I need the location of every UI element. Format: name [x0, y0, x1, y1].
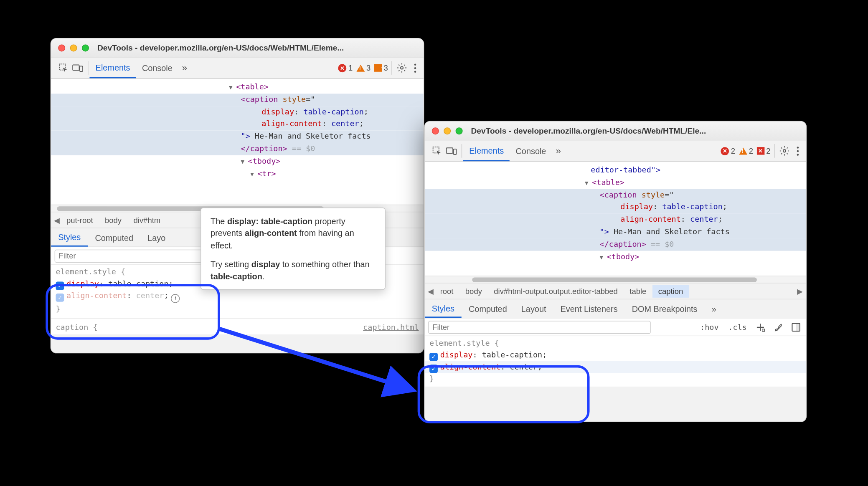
- breadcrumb-scroll-left-icon[interactable]: ◀: [427, 287, 434, 296]
- svg-point-4: [414, 63, 416, 66]
- minimize-window-button[interactable]: [70, 44, 77, 51]
- rule-source-link[interactable]: caption.html: [363, 321, 419, 333]
- svg-point-6: [414, 71, 416, 73]
- warning-count: 3: [366, 63, 371, 72]
- settings-gear-icon[interactable]: [776, 141, 793, 162]
- issue-count: 2: [766, 147, 770, 155]
- svg-point-5: [414, 67, 416, 69]
- info-icon[interactable]: i: [171, 294, 180, 303]
- hov-toggle-button[interactable]: :hov: [698, 322, 721, 331]
- rule-selector: caption {: [56, 321, 97, 333]
- inspect-toggle-group: [55, 58, 87, 78]
- minimize-window-button[interactable]: [444, 127, 451, 134]
- settings-gear-icon[interactable]: [393, 58, 410, 78]
- breadcrumb-item[interactable]: put-root: [61, 214, 99, 226]
- window-title: DevTools - developer.mozilla.org/en-US/d…: [467, 126, 799, 135]
- elements-dom-tree[interactable]: editor-tabbed"> ▼<table> <caption style=…: [425, 162, 806, 276]
- window-title: DevTools - developer.mozilla.org/en-US/d…: [94, 43, 416, 52]
- issue-badges[interactable]: ✕2 2 ✕2: [721, 141, 773, 162]
- svg-rect-14: [762, 329, 765, 331]
- styles-filter-input[interactable]: [428, 321, 651, 334]
- tab-elements[interactable]: Elements: [463, 141, 510, 162]
- elements-dom-tree[interactable]: ▼<table> <caption style=" display: table…: [51, 79, 424, 205]
- subtabs-overflow-button[interactable]: »: [705, 299, 723, 318]
- warning-icon: [356, 64, 365, 71]
- kebab-menu-icon[interactable]: [411, 58, 420, 78]
- svg-point-10: [783, 149, 786, 152]
- property-warning-tooltip: The display: table-caption property prev…: [201, 208, 386, 290]
- error-count: 1: [348, 63, 353, 72]
- subtab-dom-breakpoints[interactable]: DOM Breakpoints: [625, 299, 705, 318]
- svg-rect-2: [80, 66, 83, 71]
- subtab-computed[interactable]: Computed: [88, 228, 140, 247]
- subtab-styles[interactable]: Styles: [425, 299, 462, 318]
- styles-subtabs: Styles Computed Layout Event Listeners D…: [425, 299, 806, 318]
- tab-console[interactable]: Console: [136, 58, 178, 78]
- device-mode-icon[interactable]: [72, 63, 83, 73]
- device-mode-icon[interactable]: [446, 146, 457, 157]
- tab-elements[interactable]: Elements: [89, 58, 136, 78]
- property-toggle-checkbox[interactable]: ✓: [56, 294, 64, 302]
- maximize-window-button[interactable]: [82, 44, 89, 51]
- styles-rules-list[interactable]: element.style { ✓display: table-caption;…: [425, 336, 806, 386]
- breadcrumb-item[interactable]: body: [459, 285, 488, 297]
- window-traffic-lights: [432, 127, 463, 134]
- inspect-element-icon[interactable]: [432, 146, 443, 157]
- tab-console[interactable]: Console: [510, 141, 552, 162]
- breadcrumb-scroll-left-icon[interactable]: ◀: [53, 215, 61, 224]
- new-style-rule-icon[interactable]: [754, 322, 767, 332]
- svg-rect-9: [454, 149, 457, 154]
- selector-text: element.style {: [56, 267, 125, 276]
- error-icon: ✕: [338, 64, 347, 72]
- svg-rect-1: [73, 65, 79, 70]
- devtools-window-a: DevTools - developer.mozilla.org/en-US/d…: [51, 38, 424, 353]
- horizontal-scrollbar[interactable]: [425, 276, 806, 283]
- dom-breadcrumbs[interactable]: ◀ root body div#html-output.output.edito…: [425, 283, 806, 299]
- inspect-element-icon[interactable]: [58, 63, 69, 73]
- error-count: 2: [731, 147, 735, 155]
- devtools-window-b: DevTools - developer.mozilla.org/en-US/d…: [424, 121, 807, 422]
- styles-filter-row: :hov .cls: [425, 319, 806, 337]
- issue-badge-icon: ✕: [757, 147, 764, 154]
- warning-count: 2: [749, 147, 753, 155]
- property-toggle-checkbox[interactable]: ✓: [56, 281, 64, 290]
- issue-badges[interactable]: ✕1 3 3: [338, 58, 391, 78]
- breadcrumb-item[interactable]: root: [434, 285, 459, 297]
- devtools-toolbar: Elements Console » ✕1 3 3: [51, 58, 424, 79]
- close-window-button[interactable]: [58, 44, 65, 51]
- property-toggle-checkbox[interactable]: ✓: [429, 364, 438, 373]
- subtab-computed[interactable]: Computed: [462, 299, 514, 318]
- computed-panel-icon[interactable]: [789, 322, 802, 332]
- breadcrumb-item[interactable]: body: [99, 214, 127, 226]
- breadcrumb-scroll-right-icon[interactable]: ▶: [797, 287, 804, 296]
- subtab-layout[interactable]: Layo: [140, 228, 173, 247]
- titlebar[interactable]: DevTools - developer.mozilla.org/en-US/d…: [51, 38, 424, 57]
- warning-icon: [739, 147, 747, 154]
- subtab-event-listeners[interactable]: Event Listeners: [553, 299, 625, 318]
- styles-filter-input[interactable]: [55, 249, 203, 262]
- titlebar[interactable]: DevTools - developer.mozilla.org/en-US/d…: [425, 122, 806, 140]
- svg-point-11: [797, 147, 799, 149]
- selector-text: element.style {: [429, 339, 499, 347]
- tabs-overflow-button[interactable]: »: [178, 58, 191, 78]
- kebab-menu-icon[interactable]: [793, 141, 803, 162]
- subtab-layout[interactable]: Layout: [514, 299, 553, 318]
- breadcrumb-item[interactable]: caption: [652, 285, 689, 297]
- property-toggle-checkbox[interactable]: ✓: [429, 353, 438, 361]
- devtools-toolbar: Elements Console » ✕2 2 ✕2: [425, 141, 806, 162]
- subtab-styles[interactable]: Styles: [51, 228, 88, 247]
- breadcrumb-item[interactable]: table: [624, 285, 652, 297]
- close-window-button[interactable]: [432, 127, 439, 134]
- svg-rect-8: [447, 148, 453, 153]
- flag-icon: [374, 64, 382, 71]
- svg-point-13: [797, 154, 799, 156]
- cls-toggle-button[interactable]: .cls: [726, 322, 749, 331]
- breadcrumb-item[interactable]: div#htm: [127, 214, 166, 226]
- svg-rect-16: [797, 323, 800, 331]
- svg-point-12: [797, 150, 799, 152]
- maximize-window-button[interactable]: [456, 127, 463, 134]
- tabs-overflow-button[interactable]: »: [552, 141, 565, 162]
- window-traffic-lights: [58, 44, 89, 51]
- paint-brush-icon[interactable]: [772, 322, 784, 332]
- breadcrumb-item[interactable]: div#html-output.output.editor-tabbed: [488, 285, 624, 297]
